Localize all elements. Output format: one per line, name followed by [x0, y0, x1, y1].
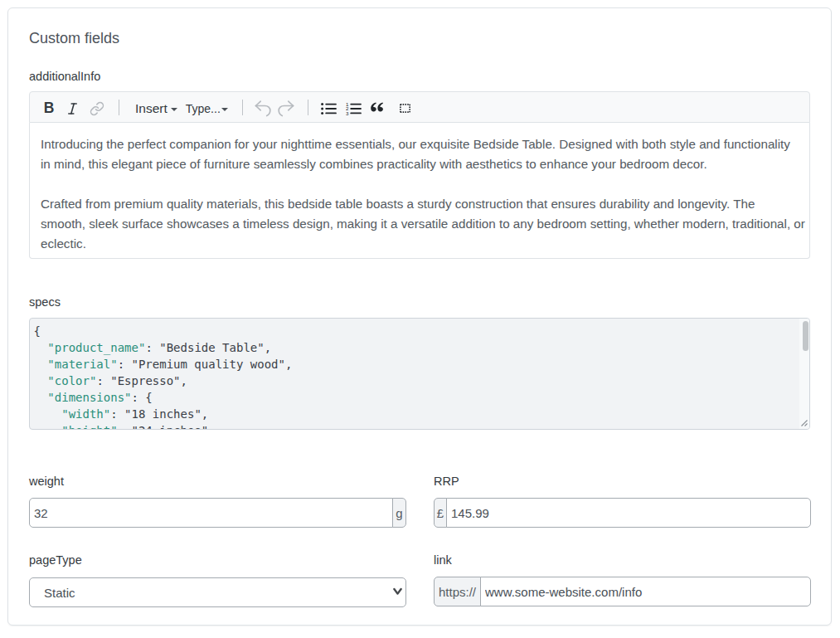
type-dropdown[interactable]: Type...	[182, 97, 233, 120]
custom-fields-card: Custom fields additionalInfo B	[7, 7, 832, 626]
unordered-list-icon	[321, 102, 337, 115]
field-rrp: RRP £	[434, 475, 811, 528]
rrp-currency-addon: £	[434, 498, 447, 528]
rich-text-editor: B Ins	[29, 91, 810, 259]
field-label-rrp: RRP	[434, 475, 811, 489]
rte-paragraph: Introducing the perfect companion for yo…	[41, 134, 803, 174]
insert-dropdown[interactable]: Insert	[130, 97, 182, 120]
svg-text:3: 3	[346, 110, 349, 115]
caret-down-icon	[221, 108, 228, 111]
type-dropdown-label: Type...	[186, 102, 221, 115]
specs-code: { "product_name": "Bedside Table", "mate…	[30, 319, 809, 430]
pageType-selected-value: Static	[44, 586, 75, 600]
link-icon	[90, 101, 104, 116]
toolbar-divider	[308, 100, 308, 115]
italic-icon	[68, 103, 77, 114]
card-title: Custom fields	[29, 30, 810, 46]
redo-button[interactable]	[274, 97, 298, 120]
undo-icon	[254, 100, 272, 118]
caret-down-icon	[171, 108, 177, 111]
specs-code-editor[interactable]: { "product_name": "Bedside Table", "mate…	[29, 318, 810, 430]
redo-icon	[277, 100, 295, 118]
specs-scrollbar-thumb[interactable]	[803, 321, 808, 351]
toolbar-divider	[119, 100, 119, 115]
field-label-specs: specs	[29, 295, 810, 309]
dashed-box-button[interactable]	[393, 97, 416, 120]
specs-scrollbar[interactable]	[799, 319, 809, 429]
link-protocol-addon: https://	[434, 577, 481, 606]
weight-input[interactable]	[29, 498, 393, 528]
field-label-additionalInfo: additionalInfo	[29, 70, 810, 84]
rte-content[interactable]: Introducing the perfect companion for yo…	[29, 123, 810, 259]
dashed-box-icon	[400, 105, 410, 113]
field-label-link: link	[434, 553, 811, 567]
toolbar-divider	[242, 100, 243, 115]
insert-dropdown-label: Insert	[135, 101, 168, 116]
blockquote-button[interactable]	[365, 97, 388, 120]
field-weight: weight g	[29, 475, 406, 528]
blockquote-icon	[370, 105, 383, 112]
ordered-list-icon: 1 2 3	[346, 102, 362, 115]
field-label-pageType: pageType	[29, 553, 406, 567]
link-button[interactable]	[85, 97, 109, 120]
rte-toolbar: B Ins	[29, 91, 810, 123]
weight-unit-addon: g	[392, 498, 406, 528]
resize-grip-icon[interactable]	[799, 418, 808, 426]
undo-button[interactable]	[251, 97, 274, 120]
field-label-weight: weight	[29, 475, 406, 489]
link-input[interactable]	[480, 577, 811, 606]
ordered-list-button[interactable]: 1 2 3	[342, 97, 366, 120]
rte-paragraph: Crafted from premium quality materials, …	[41, 194, 803, 254]
bold-button[interactable]: B	[37, 97, 61, 120]
field-pageType: pageType Static	[29, 553, 406, 607]
rrp-input[interactable]	[446, 498, 811, 528]
italic-button[interactable]	[61, 97, 84, 120]
chevron-down-icon	[393, 588, 402, 597]
pageType-select[interactable]: Static	[29, 577, 406, 607]
unordered-list-button[interactable]	[318, 97, 341, 120]
field-link: link https://	[434, 553, 811, 607]
